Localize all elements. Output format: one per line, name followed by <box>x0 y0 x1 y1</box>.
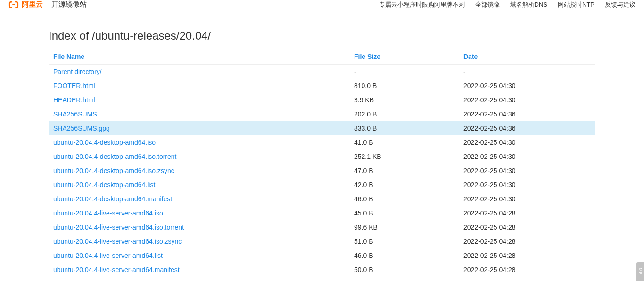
nav-feedback[interactable]: 反馈与建议 <box>605 0 636 9</box>
cell-file-size: 45.0 B <box>349 206 459 220</box>
file-link[interactable]: Parent directory/ <box>53 68 102 75</box>
nav-all-mirror[interactable]: 全部镜像 <box>475 0 500 9</box>
cell-file-name: ubuntu-20.04.4-desktop-amd64.manifest <box>49 192 349 206</box>
cell-file-date: 2022-02-25 04:28 <box>459 248 595 263</box>
cell-file-size: 46.0 B <box>349 192 459 206</box>
table-row: ubuntu-20.04.4-live-server-amd64.iso45.0… <box>49 206 595 220</box>
cell-file-date: 2022-02-25 04:30 <box>459 135 595 149</box>
table-row: ubuntu-20.04.4-desktop-amd64.list42.0 B2… <box>49 178 595 192</box>
file-link[interactable]: SHA256SUMS.gpg <box>53 124 110 132</box>
table-row: ubuntu-20.04.4-live-server-amd64.manifes… <box>49 263 595 277</box>
side-tab[interactable]: ME <box>636 262 644 277</box>
cell-file-date: 2022-02-25 04:30 <box>459 149 595 164</box>
file-link[interactable]: ubuntu-20.04.4-desktop-amd64.iso <box>53 139 156 146</box>
cell-file-size: 252.1 KB <box>349 149 459 164</box>
file-link[interactable]: ubuntu-20.04.4-desktop-amd64.manifest <box>53 195 172 203</box>
cell-file-name: FOOTER.html <box>49 79 349 93</box>
aliyun-logo-icon <box>8 0 19 10</box>
cell-file-size: 47.0 B <box>349 164 459 178</box>
cell-file-name: HEADER.html <box>49 93 349 107</box>
cell-file-name: SHA256SUMS <box>49 107 349 121</box>
file-link[interactable]: ubuntu-20.04.4-live-server-amd64.iso <box>53 209 163 217</box>
cell-file-size: 46.0 B <box>349 248 459 263</box>
cell-file-size: 202.0 B <box>349 107 459 121</box>
table-row: Parent directory/-- <box>49 65 595 79</box>
cell-file-size: 833.0 B <box>349 121 459 135</box>
file-link[interactable]: ubuntu-20.04.4-desktop-amd64.list <box>53 181 155 189</box>
top-nav: 专属云小程序时限购阿里牌不剩 全部镜像 域名解析DNS 网站授时NTP 反馈与建… <box>379 0 636 9</box>
cell-file-size: 810.0 B <box>349 79 459 93</box>
cell-file-size: - <box>349 65 459 79</box>
cell-file-name: ubuntu-20.04.4-desktop-amd64.iso <box>49 135 349 149</box>
nav-promo[interactable]: 专属云小程序时限购阿里牌不剩 <box>379 0 465 9</box>
nav-dns[interactable]: 域名解析DNS <box>510 0 547 9</box>
cell-file-name: Parent directory/ <box>49 65 349 79</box>
table-row: ubuntu-20.04.4-live-server-amd64.iso.tor… <box>49 220 595 234</box>
cell-file-date: 2022-02-25 04:36 <box>459 121 595 135</box>
file-link[interactable]: ubuntu-20.04.4-live-server-amd64.list <box>53 252 163 259</box>
file-link[interactable]: SHA256SUMS <box>53 110 97 118</box>
file-listing-table: File Name File Size Date Parent director… <box>49 49 595 277</box>
table-row: ubuntu-20.04.4-desktop-amd64.iso.torrent… <box>49 149 595 164</box>
file-link[interactable]: HEADER.html <box>53 96 95 104</box>
file-link[interactable]: ubuntu-20.04.4-live-server-amd64.iso.zsy… <box>53 238 182 245</box>
cell-file-date: - <box>459 65 595 79</box>
cell-file-name: ubuntu-20.04.4-live-server-amd64.iso <box>49 206 349 220</box>
cell-file-size: 42.0 B <box>349 178 459 192</box>
table-row: FOOTER.html810.0 B2022-02-25 04:30 <box>49 79 595 93</box>
table-header-row: File Name File Size Date <box>49 49 595 65</box>
file-link[interactable]: ubuntu-20.04.4-live-server-amd64.iso.tor… <box>53 223 184 231</box>
cell-file-date: 2022-02-25 04:30 <box>459 164 595 178</box>
cell-file-date: 2022-02-25 04:28 <box>459 263 595 277</box>
table-row: HEADER.html3.9 KB2022-02-25 04:30 <box>49 93 595 107</box>
cell-file-name: ubuntu-20.04.4-live-server-amd64.iso.zsy… <box>49 234 349 248</box>
table-row: ubuntu-20.04.4-desktop-amd64.iso.zsync47… <box>49 164 595 178</box>
table-row: SHA256SUMS.gpg833.0 B2022-02-25 04:36 <box>49 121 595 135</box>
cell-file-size: 50.0 B <box>349 263 459 277</box>
table-row: ubuntu-20.04.4-desktop-amd64.iso41.0 B20… <box>49 135 595 149</box>
cell-file-name: ubuntu-20.04.4-live-server-amd64.iso.tor… <box>49 220 349 234</box>
site-name: 开源镜像站 <box>51 0 87 9</box>
table-row: ubuntu-20.04.4-desktop-amd64.manifest46.… <box>49 192 595 206</box>
main-container: Index of /ubuntu-releases/20.04/ File Na… <box>44 29 600 277</box>
file-link[interactable]: FOOTER.html <box>53 82 95 90</box>
cell-file-name: SHA256SUMS.gpg <box>49 121 349 135</box>
cell-file-date: 2022-02-25 04:30 <box>459 93 595 107</box>
cell-file-date: 2022-02-25 04:28 <box>459 220 595 234</box>
page-title: Index of /ubuntu-releases/20.04/ <box>49 29 595 42</box>
file-link[interactable]: ubuntu-20.04.4-desktop-amd64.iso.zsync <box>53 167 174 174</box>
cell-file-date: 2022-02-25 04:30 <box>459 178 595 192</box>
table-row: ubuntu-20.04.4-live-server-amd64.list46.… <box>49 248 595 263</box>
col-header-size[interactable]: File Size <box>349 49 459 65</box>
cell-file-name: ubuntu-20.04.4-live-server-amd64.manifes… <box>49 263 349 277</box>
cell-file-size: 3.9 KB <box>349 93 459 107</box>
cell-file-name: ubuntu-20.04.4-desktop-amd64.iso.zsync <box>49 164 349 178</box>
cell-file-date: 2022-02-25 04:36 <box>459 107 595 121</box>
cell-file-date: 2022-02-25 04:28 <box>459 206 595 220</box>
cell-file-name: ubuntu-20.04.4-live-server-amd64.list <box>49 248 349 263</box>
file-link[interactable]: ubuntu-20.04.4-live-server-amd64.manifes… <box>53 266 180 273</box>
cell-file-size: 99.6 KB <box>349 220 459 234</box>
brand-logo[interactable]: 阿里云 <box>8 0 43 10</box>
cell-file-size: 41.0 B <box>349 135 459 149</box>
top-bar-left: 阿里云 开源镜像站 <box>8 0 87 10</box>
nav-ntp[interactable]: 网站授时NTP <box>558 0 594 9</box>
brand-text: 阿里云 <box>22 0 43 9</box>
col-header-date[interactable]: Date <box>459 49 595 65</box>
cell-file-name: ubuntu-20.04.4-desktop-amd64.iso.torrent <box>49 149 349 164</box>
top-bar: 阿里云 开源镜像站 专属云小程序时限购阿里牌不剩 全部镜像 域名解析DNS 网站… <box>0 0 644 13</box>
col-header-name[interactable]: File Name <box>49 49 349 65</box>
file-link[interactable]: ubuntu-20.04.4-desktop-amd64.iso.torrent <box>53 153 177 160</box>
cell-file-date: 2022-02-25 04:30 <box>459 192 595 206</box>
cell-file-size: 51.0 B <box>349 234 459 248</box>
cell-file-date: 2022-02-25 04:30 <box>459 79 595 93</box>
table-row: SHA256SUMS202.0 B2022-02-25 04:36 <box>49 107 595 121</box>
cell-file-date: 2022-02-25 04:28 <box>459 234 595 248</box>
cell-file-name: ubuntu-20.04.4-desktop-amd64.list <box>49 178 349 192</box>
table-row: ubuntu-20.04.4-live-server-amd64.iso.zsy… <box>49 234 595 248</box>
